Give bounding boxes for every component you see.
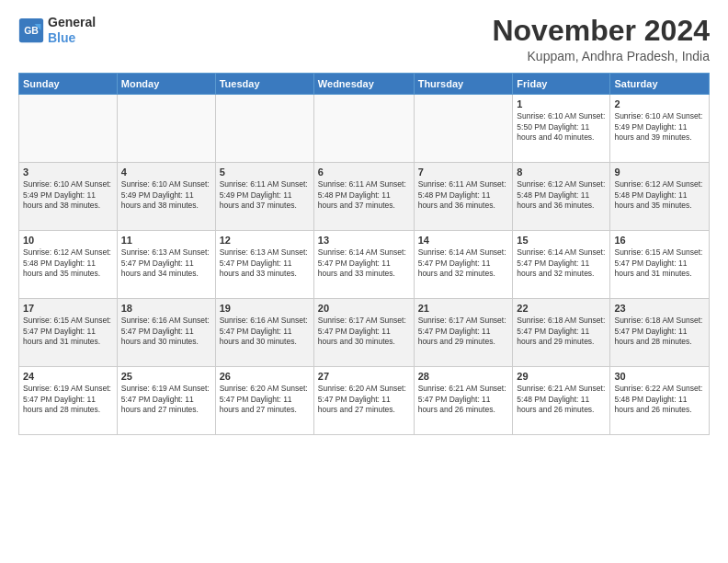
- day-cell: 4Sunrise: 6:10 AM Sunset: 5:49 PM Daylig…: [117, 163, 215, 231]
- day-number: 1: [517, 98, 606, 109]
- day-info: Sunrise: 6:16 AM Sunset: 5:47 PM Dayligh…: [121, 316, 211, 347]
- day-cell: 19Sunrise: 6:16 AM Sunset: 5:47 PM Dayli…: [215, 299, 313, 367]
- logo-text: General Blue: [48, 15, 96, 46]
- day-cell: 22Sunrise: 6:18 AM Sunset: 5:47 PM Dayli…: [513, 299, 610, 367]
- week-row-3: 10Sunrise: 6:12 AM Sunset: 5:48 PM Dayli…: [19, 231, 710, 299]
- day-cell: 11Sunrise: 6:13 AM Sunset: 5:47 PM Dayli…: [117, 231, 215, 299]
- day-info: Sunrise: 6:19 AM Sunset: 5:47 PM Dayligh…: [121, 384, 211, 415]
- day-number: 9: [614, 167, 705, 178]
- day-number: 24: [23, 371, 113, 382]
- day-cell: 14Sunrise: 6:14 AM Sunset: 5:47 PM Dayli…: [414, 231, 513, 299]
- day-cell: 26Sunrise: 6:20 AM Sunset: 5:47 PM Dayli…: [215, 367, 313, 435]
- day-number: 5: [220, 167, 310, 178]
- title-block: November 2024 Kuppam, Andhra Pradesh, In…: [492, 15, 710, 63]
- day-cell: 23Sunrise: 6:18 AM Sunset: 5:47 PM Dayli…: [610, 299, 710, 367]
- week-row-4: 17Sunrise: 6:15 AM Sunset: 5:47 PM Dayli…: [19, 299, 710, 367]
- day-cell: 18Sunrise: 6:16 AM Sunset: 5:47 PM Dayli…: [117, 299, 215, 367]
- day-info: Sunrise: 6:19 AM Sunset: 5:47 PM Dayligh…: [23, 384, 113, 415]
- day-cell: [19, 95, 118, 163]
- day-number: 6: [318, 167, 410, 178]
- day-info: Sunrise: 6:13 AM Sunset: 5:47 PM Dayligh…: [121, 247, 211, 279]
- day-cell: 25Sunrise: 6:19 AM Sunset: 5:47 PM Dayli…: [117, 367, 215, 435]
- day-number: 7: [418, 167, 509, 178]
- day-number: 10: [23, 235, 113, 246]
- day-info: Sunrise: 6:22 AM Sunset: 5:48 PM Dayligh…: [614, 384, 705, 415]
- day-number: 8: [517, 167, 606, 178]
- day-info: Sunrise: 6:20 AM Sunset: 5:47 PM Dayligh…: [318, 384, 410, 415]
- logo-icon: GB: [18, 17, 44, 43]
- day-number: 22: [517, 303, 606, 314]
- day-info: Sunrise: 6:21 AM Sunset: 5:48 PM Dayligh…: [517, 384, 606, 415]
- day-cell: 20Sunrise: 6:17 AM Sunset: 5:47 PM Dayli…: [313, 299, 414, 367]
- day-number: 28: [418, 371, 509, 382]
- day-number: 18: [121, 303, 211, 314]
- col-header-monday: Monday: [117, 74, 215, 95]
- day-number: 21: [418, 303, 509, 314]
- day-info: Sunrise: 6:10 AM Sunset: 5:49 PM Dayligh…: [614, 111, 705, 143]
- day-cell: 21Sunrise: 6:17 AM Sunset: 5:47 PM Dayli…: [414, 299, 513, 367]
- day-number: 13: [318, 235, 410, 246]
- day-cell: 24Sunrise: 6:19 AM Sunset: 5:47 PM Dayli…: [19, 367, 118, 435]
- day-cell: 10Sunrise: 6:12 AM Sunset: 5:48 PM Dayli…: [19, 231, 118, 299]
- subtitle: Kuppam, Andhra Pradesh, India: [492, 49, 710, 63]
- day-cell: [313, 95, 414, 163]
- day-info: Sunrise: 6:11 AM Sunset: 5:49 PM Dayligh…: [220, 179, 310, 211]
- day-number: 20: [318, 303, 410, 314]
- day-cell: 28Sunrise: 6:21 AM Sunset: 5:47 PM Dayli…: [414, 367, 513, 435]
- day-info: Sunrise: 6:11 AM Sunset: 5:48 PM Dayligh…: [318, 179, 410, 211]
- col-header-tuesday: Tuesday: [215, 74, 313, 95]
- day-number: 2: [614, 98, 705, 109]
- header: GB General Blue November 2024 Kuppam, An…: [18, 15, 710, 63]
- day-info: Sunrise: 6:13 AM Sunset: 5:47 PM Dayligh…: [220, 247, 310, 279]
- day-info: Sunrise: 6:10 AM Sunset: 5:49 PM Dayligh…: [121, 179, 211, 211]
- day-cell: [117, 95, 215, 163]
- week-row-2: 3Sunrise: 6:10 AM Sunset: 5:49 PM Daylig…: [19, 163, 710, 231]
- day-cell: 13Sunrise: 6:14 AM Sunset: 5:47 PM Dayli…: [313, 231, 414, 299]
- day-cell: [215, 95, 313, 163]
- calendar-table: SundayMondayTuesdayWednesdayThursdayFrid…: [18, 73, 710, 435]
- day-info: Sunrise: 6:15 AM Sunset: 5:47 PM Dayligh…: [614, 247, 705, 279]
- day-cell: 17Sunrise: 6:15 AM Sunset: 5:47 PM Dayli…: [19, 299, 118, 367]
- day-number: 30: [614, 371, 705, 382]
- day-info: Sunrise: 6:10 AM Sunset: 5:50 PM Dayligh…: [517, 111, 606, 143]
- day-number: 27: [318, 371, 410, 382]
- day-cell: 12Sunrise: 6:13 AM Sunset: 5:47 PM Dayli…: [215, 231, 313, 299]
- col-header-saturday: Saturday: [610, 74, 710, 95]
- day-number: 23: [614, 303, 705, 314]
- day-info: Sunrise: 6:14 AM Sunset: 5:47 PM Dayligh…: [517, 247, 606, 279]
- day-cell: 1Sunrise: 6:10 AM Sunset: 5:50 PM Daylig…: [513, 95, 610, 163]
- day-info: Sunrise: 6:18 AM Sunset: 5:47 PM Dayligh…: [614, 316, 705, 347]
- week-row-1: 1Sunrise: 6:10 AM Sunset: 5:50 PM Daylig…: [19, 95, 710, 163]
- week-row-5: 24Sunrise: 6:19 AM Sunset: 5:47 PM Dayli…: [19, 367, 710, 435]
- page: GB General Blue November 2024 Kuppam, An…: [0, 0, 728, 563]
- header-row: SundayMondayTuesdayWednesdayThursdayFrid…: [19, 74, 710, 95]
- day-number: 14: [418, 235, 509, 246]
- col-header-sunday: Sunday: [19, 74, 118, 95]
- day-cell: 2Sunrise: 6:10 AM Sunset: 5:49 PM Daylig…: [610, 95, 710, 163]
- day-cell: 9Sunrise: 6:12 AM Sunset: 5:48 PM Daylig…: [610, 163, 710, 231]
- day-cell: 8Sunrise: 6:12 AM Sunset: 5:48 PM Daylig…: [513, 163, 610, 231]
- day-number: 25: [121, 371, 211, 382]
- day-cell: 15Sunrise: 6:14 AM Sunset: 5:47 PM Dayli…: [513, 231, 610, 299]
- day-info: Sunrise: 6:16 AM Sunset: 5:47 PM Dayligh…: [220, 316, 310, 347]
- col-header-friday: Friday: [513, 74, 610, 95]
- day-number: 15: [517, 235, 606, 246]
- day-cell: 27Sunrise: 6:20 AM Sunset: 5:47 PM Dayli…: [313, 367, 414, 435]
- day-info: Sunrise: 6:17 AM Sunset: 5:47 PM Dayligh…: [418, 316, 509, 347]
- day-info: Sunrise: 6:14 AM Sunset: 5:47 PM Dayligh…: [318, 247, 410, 279]
- month-title: November 2024: [492, 15, 710, 47]
- day-info: Sunrise: 6:15 AM Sunset: 5:47 PM Dayligh…: [23, 316, 113, 347]
- day-cell: 7Sunrise: 6:11 AM Sunset: 5:48 PM Daylig…: [414, 163, 513, 231]
- day-number: 26: [220, 371, 310, 382]
- col-header-thursday: Thursday: [414, 74, 513, 95]
- day-cell: 30Sunrise: 6:22 AM Sunset: 5:48 PM Dayli…: [610, 367, 710, 435]
- day-info: Sunrise: 6:12 AM Sunset: 5:48 PM Dayligh…: [614, 179, 705, 211]
- day-info: Sunrise: 6:14 AM Sunset: 5:47 PM Dayligh…: [418, 247, 509, 279]
- day-cell: 16Sunrise: 6:15 AM Sunset: 5:47 PM Dayli…: [610, 231, 710, 299]
- day-cell: 6Sunrise: 6:11 AM Sunset: 5:48 PM Daylig…: [313, 163, 414, 231]
- logo: GB General Blue: [18, 15, 96, 46]
- day-info: Sunrise: 6:21 AM Sunset: 5:47 PM Dayligh…: [418, 384, 509, 415]
- day-info: Sunrise: 6:10 AM Sunset: 5:49 PM Dayligh…: [23, 179, 113, 211]
- day-info: Sunrise: 6:18 AM Sunset: 5:47 PM Dayligh…: [517, 316, 606, 347]
- day-number: 4: [121, 167, 211, 178]
